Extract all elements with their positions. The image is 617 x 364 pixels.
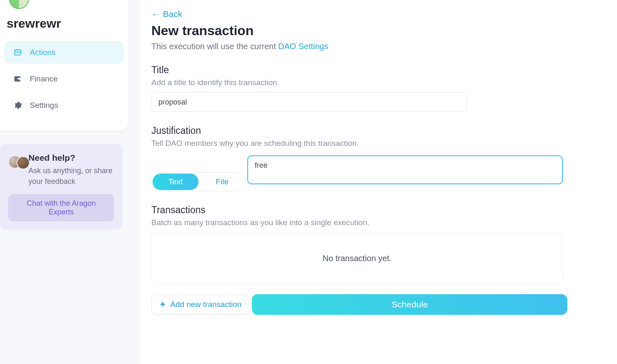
justification-input[interactable]	[247, 155, 563, 184]
sidebar: srewrewr Actions Finance	[0, 0, 128, 364]
justification-mode-toggle: Text File	[151, 172, 245, 191]
add-transaction-label: Add new transaction	[170, 300, 242, 309]
help-chat-button[interactable]: Chat with the Aragon Experts	[8, 194, 114, 221]
arrow-left-icon: ←	[151, 10, 160, 19]
justification-desc: Tell DAO members why you are scheduling …	[151, 139, 617, 148]
help-title: Need help?	[29, 153, 114, 163]
wallet-icon	[13, 74, 22, 83]
sidebar-item-actions[interactable]: Actions	[4, 41, 124, 64]
schedule-button[interactable]: Schedule	[252, 294, 567, 315]
sidebar-item-finance[interactable]: Finance	[4, 68, 124, 90]
help-avatars	[8, 155, 23, 170]
toggle-file-option[interactable]: File	[199, 173, 245, 191]
plus-icon: +	[160, 299, 165, 310]
dao-logo	[9, 0, 29, 9]
sidebar-item-label: Settings	[30, 101, 58, 110]
transactions-empty-box: No transaction yet.	[151, 233, 563, 283]
page-title: New transaction	[151, 23, 617, 38]
transactions-section: Transactions Batch as many transactions …	[151, 205, 617, 315]
actions-icon	[13, 48, 22, 57]
sidebar-card: srewrewr Actions Finance	[0, 0, 128, 131]
main-content: ← Back New transaction This execution wi…	[140, 0, 617, 364]
dao-name: srewrewr	[7, 17, 124, 31]
sidebar-item-settings[interactable]: Settings	[4, 94, 124, 117]
title-input[interactable]	[151, 92, 467, 112]
page-subtitle-prefix: This execution will use the current	[151, 42, 278, 51]
gear-icon	[13, 101, 22, 110]
title-heading: Title	[151, 64, 617, 76]
justification-section: Justification Tell DAO members why you a…	[151, 125, 617, 191]
toggle-text-option[interactable]: Text	[153, 174, 198, 190]
sidebar-item-label: Actions	[30, 48, 55, 57]
transactions-heading: Transactions	[151, 205, 617, 216]
back-link[interactable]: ← Back	[151, 9, 182, 19]
title-desc: Add a title to identify this transaction…	[151, 78, 617, 87]
page-subtitle: This execution will use the current DAO …	[151, 42, 617, 51]
transactions-desc: Batch as many transactions as you like i…	[151, 218, 617, 227]
help-card: Need help? Ask us anything, or share you…	[0, 144, 122, 230]
transactions-empty-text: No transaction yet.	[323, 254, 392, 263]
justification-heading: Justification	[151, 125, 617, 136]
back-label: Back	[163, 9, 182, 19]
avatar	[17, 156, 30, 169]
sidebar-item-label: Finance	[30, 74, 58, 83]
add-transaction-button[interactable]: + Add new transaction	[151, 295, 250, 314]
dao-settings-link[interactable]: DAO Settings	[278, 42, 328, 51]
help-subtitle: Ask us anything, or share your feedback	[29, 165, 114, 187]
title-section: Title Add a title to identify this trans…	[151, 64, 617, 112]
